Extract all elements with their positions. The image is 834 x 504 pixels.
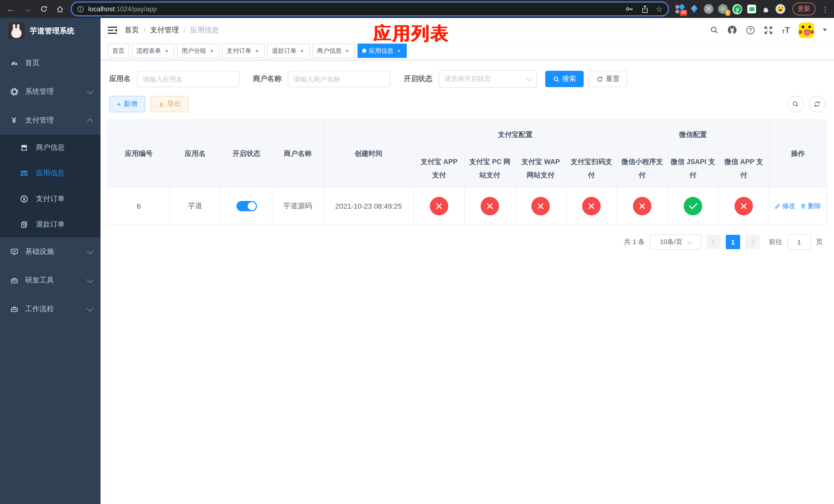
reset-button[interactable]: 重置 xyxy=(589,71,627,87)
col-header-app-name: 应用名 xyxy=(170,120,221,187)
search-button[interactable]: 搜索 xyxy=(545,71,584,87)
sidebar-item-merchant-info[interactable]: 商户信息 xyxy=(0,135,101,160)
sidebar-item-workflow[interactable]: 工作流程 xyxy=(0,295,101,323)
col-header-alipay-qr: 支付宝扫码支付 xyxy=(566,150,617,187)
sidebar-item-payment[interactable]: ¥ 支付管理 xyxy=(0,106,101,135)
cell-actions: 修改 删除 xyxy=(769,187,827,225)
reload-icon xyxy=(40,5,47,13)
goto-page-input[interactable] xyxy=(787,234,811,250)
cell-wx-lite xyxy=(617,187,667,225)
sidebar-item-label: 研发工具 xyxy=(25,276,54,285)
status-select[interactable]: 请选择开启状态 xyxy=(439,70,537,88)
font-size-icon[interactable]: TT xyxy=(782,26,790,34)
merchant-name-input[interactable] xyxy=(288,71,390,87)
refresh-table-button[interactable] xyxy=(809,96,825,112)
github-icon[interactable] xyxy=(727,25,737,35)
logo-avatar xyxy=(8,23,25,39)
avatar[interactable] xyxy=(798,22,814,38)
extension-kite-icon[interactable] xyxy=(689,4,699,14)
extension-emoji-icon[interactable] xyxy=(775,4,785,14)
col-header-created: 创建时间 xyxy=(323,120,414,187)
chevron-down-icon xyxy=(687,239,692,244)
browser-update-button[interactable]: 更新 xyxy=(792,3,815,15)
tab-refund-orders[interactable]: 退款订单× xyxy=(267,44,310,58)
extension-command-icon[interactable]: ⌘ xyxy=(704,4,714,14)
shop-icon xyxy=(20,143,28,152)
extension-recorder-icon[interactable]: 1 xyxy=(718,4,728,14)
merchant-name-label: 商户名称 xyxy=(253,74,282,84)
delete-link[interactable]: 删除 xyxy=(800,202,821,211)
col-header-wx-app: 微信 APP 支付 xyxy=(718,150,769,187)
export-button[interactable]: 导出 xyxy=(150,96,189,112)
sidebar-item-label: 商户信息 xyxy=(36,143,65,152)
collapse-sidebar-icon[interactable] xyxy=(108,26,117,34)
sidebar-item-dev-tools[interactable]: 研发工具 xyxy=(0,266,101,295)
close-icon[interactable]: × xyxy=(396,48,402,54)
tab-merchant-info[interactable]: 商户信息× xyxy=(312,44,355,58)
sidebar-item-app-info[interactable]: 应用信息 xyxy=(0,160,101,186)
pagination: 共 1 条 10条/页 1 前往 页 xyxy=(108,234,823,250)
share-icon[interactable] xyxy=(641,5,649,13)
sidebar-item-refund-orders[interactable]: 退款订单 xyxy=(0,212,101,237)
home-button[interactable] xyxy=(54,3,66,15)
fullscreen-icon[interactable] xyxy=(764,25,773,35)
goto-label: 前往 xyxy=(769,237,782,247)
toggle-search-button[interactable] xyxy=(787,96,804,112)
avatar-caret-icon[interactable] xyxy=(823,29,827,31)
sidebar-item-system[interactable]: 系统管理 xyxy=(0,77,101,106)
page-size-select[interactable]: 10条/页 xyxy=(650,234,701,250)
close-icon[interactable]: × xyxy=(299,48,305,54)
bookmark-star-icon[interactable]: ☆ xyxy=(656,5,663,13)
active-dot xyxy=(362,49,366,53)
download-icon xyxy=(158,101,164,108)
add-button[interactable]: + 新增 xyxy=(109,96,145,112)
close-icon[interactable]: × xyxy=(209,48,215,54)
status-toggle[interactable] xyxy=(236,201,257,211)
extension-chat-icon[interactable] xyxy=(747,4,756,14)
prev-page-button[interactable] xyxy=(706,235,721,249)
extension-y-icon[interactable]: y xyxy=(732,4,742,14)
close-icon[interactable]: × xyxy=(344,48,350,54)
extension-sketch-icon[interactable]: 10 xyxy=(675,4,685,14)
help-icon[interactable] xyxy=(746,25,755,35)
breadcrumb-home[interactable]: 首页 xyxy=(125,25,139,35)
col-header-wx-lite: 微信小程序支付 xyxy=(617,150,667,187)
close-icon[interactable]: × xyxy=(163,48,170,54)
tab-home[interactable]: 首页 xyxy=(108,44,129,58)
col-header-alipay-app: 支付宝 APP 支付 xyxy=(414,150,464,187)
table-toolbar: + 新增 导出 xyxy=(109,96,825,112)
breadcrumb-payment[interactable]: 支付管理 xyxy=(150,25,179,35)
tags-view: 首页 流程表单× 用户分组× 支付订单× 退款订单× 商户信息× 应用信息× xyxy=(101,42,834,60)
close-icon[interactable]: × xyxy=(254,48,260,54)
status-badge xyxy=(481,197,499,215)
sidebar-item-label: 支付管理 xyxy=(25,116,54,125)
logo[interactable]: 芋道管理系统 xyxy=(0,18,101,44)
password-key-icon[interactable] xyxy=(625,5,634,13)
sidebar-item-label: 退款订单 xyxy=(36,220,65,229)
edit-link[interactable]: 修改 xyxy=(774,202,795,211)
sidebar-item-home[interactable]: 首页 xyxy=(0,49,101,77)
browser-menu-icon[interactable]: ⋮ xyxy=(822,5,829,13)
sidebar-item-infrastructure[interactable]: 基础设施 xyxy=(0,237,101,266)
address-bar[interactable]: localhost:1024/pay/app ☆ xyxy=(71,2,669,17)
cell-wx-jsapi xyxy=(667,187,718,225)
tab-process-form[interactable]: 流程表单× xyxy=(132,44,174,58)
yen-icon: ¥ xyxy=(10,116,19,124)
col-header-app-id: 应用编号 xyxy=(108,120,170,187)
col-header-merchant: 商户名称 xyxy=(272,120,323,187)
app-name-input[interactable] xyxy=(137,71,240,87)
back-button[interactable]: ← xyxy=(5,3,16,15)
current-page-button[interactable]: 1 xyxy=(726,235,740,249)
forward-button[interactable]: → xyxy=(22,3,33,15)
next-page-button[interactable] xyxy=(745,235,760,249)
yen-circle-icon xyxy=(20,195,28,203)
site-info-icon[interactable] xyxy=(77,5,84,13)
col-group-wechat: 微信配置 xyxy=(617,120,769,150)
tab-pay-orders[interactable]: 支付订单× xyxy=(222,44,265,58)
sidebar-item-pay-orders[interactable]: 支付订单 xyxy=(0,186,101,212)
tab-app-info[interactable]: 应用信息× xyxy=(357,44,407,58)
reload-button[interactable] xyxy=(38,3,49,15)
tab-user-group[interactable]: 用户分组× xyxy=(177,44,220,58)
header-search-icon[interactable] xyxy=(710,26,719,35)
extensions-puzzle-icon[interactable] xyxy=(761,4,771,14)
